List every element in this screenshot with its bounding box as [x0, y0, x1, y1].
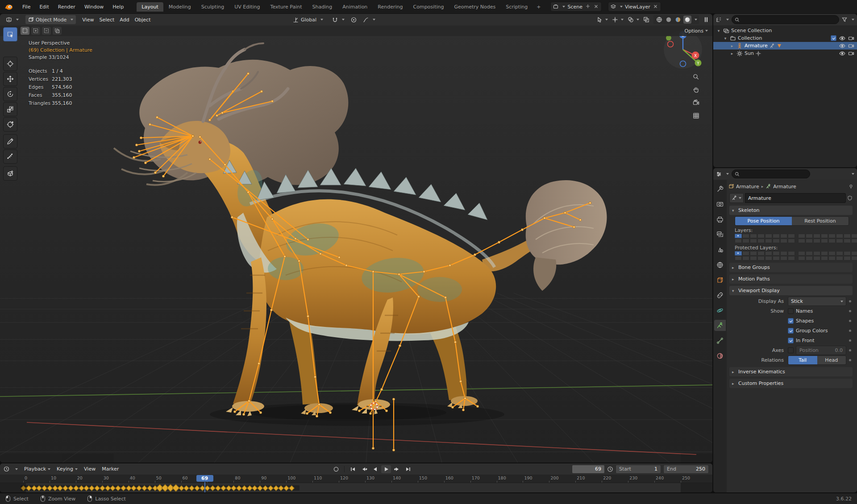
- frame-ruler[interactable]: 0102030405060809010011012013014015016017…: [0, 475, 712, 483]
- proportional-editing-icon[interactable]: [351, 17, 357, 23]
- protected-layers-cell[interactable]: [773, 251, 780, 256]
- animate-dot[interactable]: [849, 300, 851, 302]
- editor-timeline-icon[interactable]: [4, 466, 9, 472]
- select-mode-subtract-icon[interactable]: [42, 27, 51, 35]
- properties-tab-bone[interactable]: [714, 335, 726, 346]
- expand-caret-icon[interactable]: ▸: [729, 51, 735, 56]
- xray-toggle[interactable]: [643, 17, 649, 23]
- current-frame-field[interactable]: 69: [572, 465, 605, 474]
- animate-dot[interactable]: [849, 320, 851, 322]
- protected-layers-cell[interactable]: [821, 256, 828, 260]
- camera-view-icon[interactable]: [693, 99, 699, 106]
- protected-layers-cell[interactable]: [765, 256, 772, 260]
- axes-position-slider[interactable]: Position0.0: [796, 346, 846, 355]
- collapse-caret-icon[interactable]: ▾: [716, 29, 721, 33]
- armature-layers-cell[interactable]: [742, 234, 749, 238]
- eye-icon[interactable]: [839, 36, 845, 41]
- new-scene-icon[interactable]: [585, 4, 591, 10]
- viewport-menu-view[interactable]: View: [80, 16, 96, 24]
- armature-layers-cell[interactable]: [735, 234, 742, 238]
- menu-window[interactable]: Window: [80, 3, 108, 11]
- armature-layers-cell[interactable]: [798, 234, 805, 238]
- snap-toggle[interactable]: [329, 15, 347, 24]
- protected-layers-cell[interactable]: [757, 251, 765, 256]
- protected-layers-cell[interactable]: [742, 256, 749, 260]
- display-as-dropdown[interactable]: Stick: [788, 297, 846, 306]
- protected-layers-cell[interactable]: [735, 256, 742, 260]
- timeline-menu-keying[interactable]: Keying: [54, 465, 80, 473]
- menu-file[interactable]: File: [18, 3, 34, 11]
- options-dropdown[interactable]: Options: [685, 28, 708, 34]
- protected-layers-cell[interactable]: [773, 256, 780, 260]
- overlays-toggle[interactable]: [628, 17, 639, 23]
- armature-layers-cell[interactable]: [750, 239, 757, 243]
- in-front-checkbox[interactable]: [788, 338, 794, 343]
- breadcrumb-data[interactable]: Armature: [773, 184, 796, 190]
- animate-dot[interactable]: [849, 349, 851, 351]
- protected-layers-cell[interactable]: [750, 256, 757, 260]
- fake-user-shield-icon[interactable]: [847, 195, 853, 201]
- properties-tab-view-layer[interactable]: [714, 229, 726, 240]
- armature-layers-cell[interactable]: [765, 239, 772, 243]
- armature-layers-cell[interactable]: [773, 239, 780, 243]
- properties-tab-constraints[interactable]: [714, 289, 726, 301]
- shading-solid-button[interactable]: [665, 16, 673, 24]
- camera-vis-icon[interactable]: [848, 35, 854, 41]
- shading-wireframe-button[interactable]: [655, 16, 663, 24]
- workspace-tab-uv-editing[interactable]: UV Editing: [229, 2, 265, 12]
- playhead-frame-badge[interactable]: 69: [196, 475, 213, 482]
- workspace-tab-modeling[interactable]: Modeling: [164, 2, 196, 12]
- annotate-tool[interactable]: [3, 134, 17, 149]
- select-mode-extend-icon[interactable]: [31, 27, 40, 35]
- armature-layers-cell[interactable]: [806, 234, 813, 238]
- viewport-3d[interactable]: Options User Perspective (69) Collection…: [0, 25, 712, 463]
- scale-tool[interactable]: [3, 102, 17, 116]
- menu-help[interactable]: Help: [108, 3, 128, 11]
- outliner-row-sun[interactable]: ▸Sun: [713, 50, 857, 57]
- protected-layers-cell[interactable]: [813, 251, 820, 256]
- properties-tab-tool[interactable]: [714, 183, 726, 194]
- properties-tab-armature-data[interactable]: [714, 320, 726, 331]
- workspace-tab-shading[interactable]: Shading: [308, 2, 337, 12]
- add-workspace-button[interactable]: +: [533, 2, 544, 12]
- frame-start-field[interactable]: Start 1: [616, 465, 661, 474]
- keyframe-track[interactable]: [0, 483, 712, 492]
- protected-layers-cell[interactable]: [851, 256, 857, 260]
- select-mode-intersect-icon[interactable]: [53, 27, 62, 35]
- eye-icon[interactable]: [839, 51, 845, 56]
- protected-layers-cell[interactable]: [798, 256, 805, 260]
- shading-material-button[interactable]: [674, 16, 682, 24]
- playhead[interactable]: [204, 482, 205, 492]
- protected-layers-cell[interactable]: [788, 256, 795, 260]
- preview-range-clock-icon[interactable]: [607, 466, 613, 472]
- workspace-tab-animation[interactable]: Animation: [337, 2, 372, 12]
- play-button[interactable]: [381, 465, 391, 473]
- viewport-menu-select[interactable]: Select: [97, 16, 116, 24]
- eye-icon[interactable]: [839, 43, 845, 49]
- protected-layers-cell[interactable]: [780, 251, 787, 256]
- protected-layers-cell[interactable]: [821, 251, 828, 256]
- browse-data-button[interactable]: [729, 193, 744, 203]
- properties-tab-output[interactable]: [714, 214, 726, 225]
- frame-end-field[interactable]: End 250: [663, 465, 709, 474]
- protected-layers-cell[interactable]: [813, 256, 820, 260]
- pause-icon[interactable]: [703, 17, 709, 23]
- animate-dot[interactable]: [849, 310, 851, 312]
- view-layer-selector[interactable]: ViewLayer: [608, 2, 661, 12]
- protected-layers-cell[interactable]: [765, 251, 772, 256]
- next-keyframe-button[interactable]: [392, 465, 402, 473]
- jump-to-end-button[interactable]: [404, 465, 413, 473]
- scene-selector[interactable]: Scene: [550, 2, 602, 12]
- protected-layers-cell[interactable]: [844, 256, 851, 260]
- move-tool[interactable]: [3, 72, 17, 86]
- exclude-checkbox[interactable]: [831, 35, 836, 41]
- zoom-icon[interactable]: [693, 74, 699, 80]
- protected-layers-cell[interactable]: [757, 256, 765, 260]
- properties-tab-scene[interactable]: [714, 244, 726, 255]
- timeline-menu-marker[interactable]: Marker: [100, 465, 121, 473]
- shapes-checkbox[interactable]: [788, 318, 794, 324]
- timeline-menu-playback[interactable]: Playback: [22, 465, 53, 473]
- expand-caret-icon[interactable]: ▸: [729, 44, 735, 48]
- section-custom-properties[interactable]: ▸Custom Properties: [729, 379, 853, 388]
- armature-layers-cell[interactable]: [851, 239, 857, 243]
